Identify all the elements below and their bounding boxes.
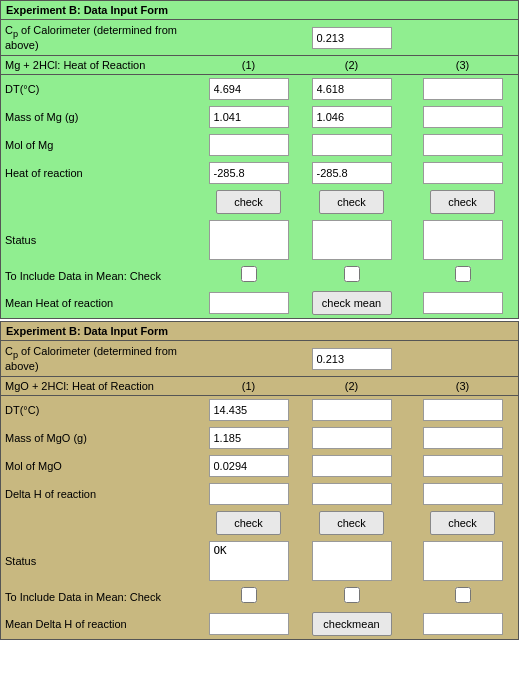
section2-title: Experiment B: Data Input Form — [1, 322, 518, 341]
col3-header-1: (3) — [407, 56, 518, 75]
cp-row-1: Cp of Calorimeter (determined from above… — [1, 20, 518, 56]
include-checkbox-1a[interactable] — [241, 266, 257, 282]
dt-row-1: DT(°C) — [1, 75, 518, 104]
reaction-header-row-2: MgO + 2HCl: Heat of Reaction (1) (2) (3) — [1, 377, 518, 396]
mol-row-2: Mol of MgO — [1, 452, 518, 480]
include-label-2: To Include Data in Mean: Check — [1, 584, 201, 609]
delta-input-2a — [201, 480, 296, 508]
include-checkbox-2b[interactable] — [344, 587, 360, 603]
include-checkbox-2a[interactable] — [241, 587, 257, 603]
heat-field-1c[interactable] — [423, 162, 503, 184]
status-cell-2a: OK — [201, 538, 296, 584]
include-checkbox-1b[interactable] — [344, 266, 360, 282]
mean-input-2[interactable] — [209, 613, 289, 635]
check-button-1b[interactable]: check — [319, 190, 384, 214]
status-cell-1b — [296, 217, 407, 263]
section1-title: Experiment B: Data Input Form — [1, 1, 518, 20]
dt-input-1b — [296, 75, 407, 104]
delta-field-2c[interactable] — [423, 483, 503, 505]
status-label-2: Status — [1, 538, 201, 584]
delta-input-2b — [296, 480, 407, 508]
include-label-1: To Include Data in Mean: Check — [1, 263, 201, 288]
mean-input-cell-2 — [201, 609, 296, 639]
mol-row-1: Mol of Mg — [1, 131, 518, 159]
include-check-cell-2b — [296, 584, 407, 609]
heat-field-1b[interactable] — [312, 162, 392, 184]
status-input-1c[interactable] — [423, 220, 503, 260]
dt-field-2b[interactable] — [312, 399, 392, 421]
mol-field-2a[interactable] — [209, 455, 289, 477]
delta-row-2: Delta H of reaction — [1, 480, 518, 508]
check-btn-cell-2c: check — [407, 508, 518, 538]
dt-label-1: DT(°C) — [1, 75, 201, 104]
cp-empty-1 — [407, 20, 518, 56]
section2: Experiment B: Data Input Form Cp of Calo… — [0, 321, 519, 640]
check-button-2b[interactable]: check — [319, 511, 384, 535]
mean-row-1: Mean Heat of reaction check mean — [1, 288, 518, 318]
mass-input-2b — [296, 424, 407, 452]
mol-input-2b — [296, 452, 407, 480]
dt-input-1c — [407, 75, 518, 104]
mean-input-1[interactable] — [209, 292, 289, 314]
mean-row-2: Mean Delta H of reaction checkmean — [1, 609, 518, 639]
include-checkbox-2c[interactable] — [455, 587, 471, 603]
mol-field-1c[interactable] — [423, 134, 503, 156]
check-mean-button-1[interactable]: check mean — [312, 291, 392, 315]
check-button-2c[interactable]: check — [430, 511, 495, 535]
reaction-header-row-1: Mg + 2HCl: Heat of Reaction (1) (2) (3) — [1, 56, 518, 75]
dt-field-1a[interactable] — [209, 78, 289, 100]
mol-input-2c — [407, 452, 518, 480]
cp-input-1[interactable] — [312, 27, 392, 49]
dt-label-2: DT(°C) — [1, 396, 201, 425]
mass-field-1c[interactable] — [423, 106, 503, 128]
mass-row-1: Mass of Mg (g) — [1, 103, 518, 131]
mass-input-1a — [201, 103, 296, 131]
check-btn-cell-1b: check — [296, 187, 407, 217]
dt-field-2a[interactable] — [209, 399, 289, 421]
heat-field-1a[interactable] — [209, 162, 289, 184]
col1-header-2: (1) — [201, 377, 296, 396]
mol-field-1b[interactable] — [312, 134, 392, 156]
dt-field-1c[interactable] — [423, 78, 503, 100]
mass-input-2a — [201, 424, 296, 452]
include-check-cell-1c — [407, 263, 518, 288]
dt-field-1b[interactable] — [312, 78, 392, 100]
status-input-1a[interactable] — [209, 220, 289, 260]
delta-field-2b[interactable] — [312, 483, 392, 505]
mean-result-1[interactable] — [423, 292, 503, 314]
mol-field-2c[interactable] — [423, 455, 503, 477]
mass-field-1a[interactable] — [209, 106, 289, 128]
mass-field-2c[interactable] — [423, 427, 503, 449]
cp-value-cell-2 — [296, 341, 407, 377]
dt-field-2c[interactable] — [423, 399, 503, 421]
mean-result-2[interactable] — [423, 613, 503, 635]
mass-input-1c — [407, 103, 518, 131]
check-button-2a[interactable]: check — [216, 511, 281, 535]
check-mean-button-2[interactable]: checkmean — [312, 612, 392, 636]
status-input-2b[interactable] — [312, 541, 392, 581]
section1: Experiment B: Data Input Form Cp of Calo… — [0, 0, 519, 319]
status-input-2c[interactable] — [423, 541, 503, 581]
mol-field-1a[interactable] — [209, 134, 289, 156]
mass-field-2a[interactable] — [209, 427, 289, 449]
mol-field-2b[interactable] — [312, 455, 392, 477]
cp-input-2[interactable] — [312, 348, 392, 370]
cp-spacer-2 — [201, 341, 296, 377]
reaction-label-1: Mg + 2HCl: Heat of Reaction — [1, 56, 201, 75]
mol-input-2a — [201, 452, 296, 480]
include-checkbox-1c[interactable] — [455, 266, 471, 282]
mean-result-cell-2 — [407, 609, 518, 639]
status-input-1b[interactable] — [312, 220, 392, 260]
mass-input-2c — [407, 424, 518, 452]
delta-field-2a[interactable] — [209, 483, 289, 505]
status-cell-2b — [296, 538, 407, 584]
check-button-1a[interactable]: check — [216, 190, 281, 214]
mol-input-1a — [201, 131, 296, 159]
cp-value-cell-1 — [296, 20, 407, 56]
mass-field-2b[interactable] — [312, 427, 392, 449]
check-button-1c[interactable]: check — [430, 190, 495, 214]
cp-label-1: Cp of Calorimeter (determined from above… — [1, 20, 201, 56]
include-row-2: To Include Data in Mean: Check — [1, 584, 518, 609]
mass-field-1b[interactable] — [312, 106, 392, 128]
status-input-2a[interactable]: OK — [209, 541, 289, 581]
